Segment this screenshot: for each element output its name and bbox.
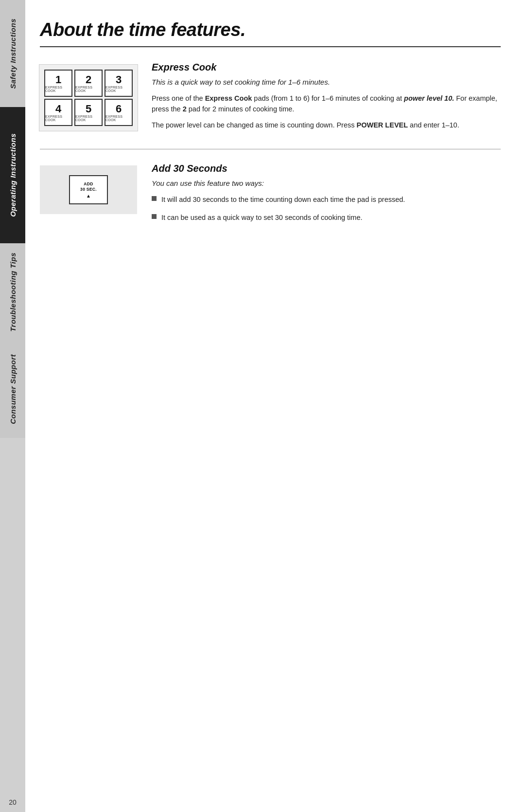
key-3[interactable]: 3 Express Cook xyxy=(105,70,133,97)
bullet-icon-1 xyxy=(152,196,157,201)
section-divider xyxy=(40,149,501,149)
add30-bullet-list: It will add 30 seconds to the time count… xyxy=(152,194,501,223)
bullet-item-2: It can be used as a quick way to set 30 … xyxy=(152,212,501,223)
add30-section: ADD30 SEC. ▲ Add 30 Seconds You can use … xyxy=(40,163,501,230)
sidebar-section-troubleshooting: Troubleshooting Tips xyxy=(0,243,25,341)
title-divider xyxy=(40,46,501,47)
key-2[interactable]: 2 Express Cook xyxy=(74,70,103,97)
express-cook-subtitle: This is a quick way to set cooking time … xyxy=(152,78,501,86)
sidebar-label-troubleshooting: Troubleshooting Tips xyxy=(9,248,17,337)
add30-pad-container: ADD30 SEC. ▲ xyxy=(40,163,137,230)
key-1[interactable]: 1 Express Cook xyxy=(44,70,72,97)
express-cook-body2: The power level can be changed as time i… xyxy=(152,120,501,130)
add30-key[interactable]: ADD30 SEC. ▲ xyxy=(69,175,108,204)
sidebar-section-safety: Safety Instructions xyxy=(0,0,25,107)
express-cook-keypad-container: 1 Express Cook 2 Express Cook 3 Express … xyxy=(40,62,137,135)
add30-text: Add 30 Seconds You can use this feature … xyxy=(152,163,501,230)
sidebar-bottom: 20 xyxy=(0,438,25,812)
key-6[interactable]: 6 Express Cook xyxy=(105,99,133,126)
sidebar-label-safety: Safety Instructions xyxy=(9,14,17,94)
add30-pad-bg: ADD30 SEC. ▲ xyxy=(40,165,137,214)
bullet-icon-2 xyxy=(152,214,157,219)
key-4[interactable]: 4 Express Cook xyxy=(44,99,72,126)
sidebar: Safety Instructions Operating Instructio… xyxy=(0,0,25,812)
express-cook-body1: Press one of the Express Cook pads (from… xyxy=(152,93,501,115)
express-cook-keypad: 1 Express Cook 2 Express Cook 3 Express … xyxy=(39,64,138,131)
sidebar-label-consumer: Consumer Support xyxy=(9,349,17,429)
sidebar-label-operating: Operating Instructions xyxy=(9,128,17,222)
page-number: 20 xyxy=(9,798,17,806)
main-content: About the time features. 1 Express Cook … xyxy=(25,0,525,812)
sidebar-section-consumer: Consumer Support xyxy=(0,341,25,438)
add30-title: Add 30 Seconds xyxy=(152,163,501,174)
express-cook-section: 1 Express Cook 2 Express Cook 3 Express … xyxy=(40,62,501,135)
add30-subtitle: You can use this feature two ways: xyxy=(152,179,501,187)
key-5[interactable]: 5 Express Cook xyxy=(74,99,103,126)
express-cook-title: Express Cook xyxy=(152,62,501,73)
bullet-item-1: It will add 30 seconds to the time count… xyxy=(152,194,501,205)
express-cook-text: Express Cook This is a quick way to set … xyxy=(152,62,501,135)
sidebar-section-operating: Operating Instructions xyxy=(0,107,25,243)
page-title: About the time features. xyxy=(40,19,501,40)
